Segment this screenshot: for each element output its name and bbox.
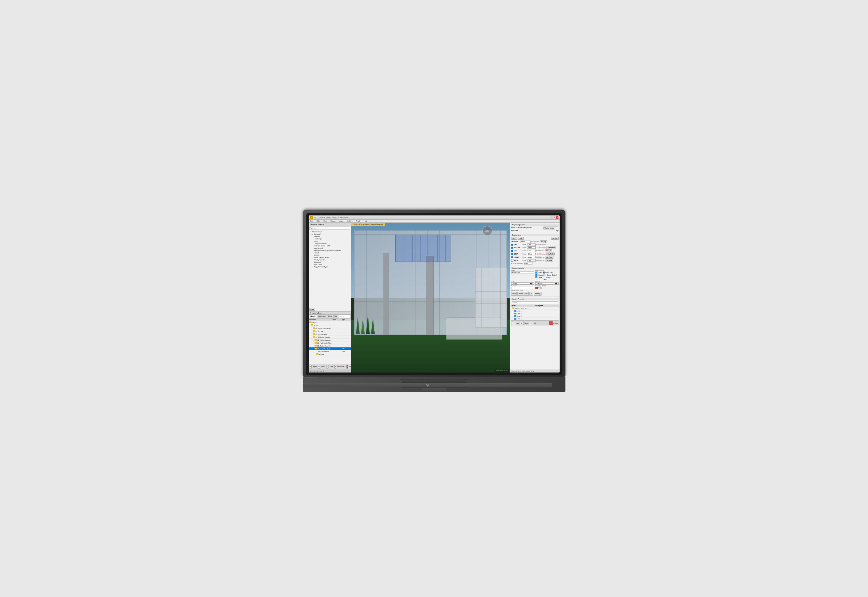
trackpad[interactable] <box>422 388 446 391</box>
key-f3[interactable] <box>416 379 420 380</box>
key-f11[interactable] <box>451 379 455 380</box>
set-bottom-button[interactable]: Set Bottom <box>547 246 556 249</box>
bottom-offset-input[interactable] <box>527 247 536 249</box>
key-3[interactable] <box>415 381 419 382</box>
tab-selection[interactable]: Selection <box>317 315 327 318</box>
section-hide-button[interactable]: HIDE <box>518 237 524 240</box>
presets-delete-button[interactable]: ✕ <box>549 321 553 325</box>
format-select[interactable]: Decimal Fractional <box>536 282 558 285</box>
back-offset-input[interactable] <box>527 259 536 261</box>
set-left-button[interactable]: Set Left <box>545 249 552 252</box>
tree-item-level[interactable]: Level <box>309 240 350 242</box>
tree-item-mech-plumbing[interactable]: Mechanical and Plumbing Systems <box>309 249 350 252</box>
key-ins[interactable] <box>464 379 468 380</box>
key-f1[interactable] <box>407 379 411 380</box>
key-4[interactable] <box>420 381 424 382</box>
menu-track[interactable]: Track <box>355 220 361 222</box>
key-f12[interactable] <box>455 379 459 380</box>
file-row-35vdco[interactable]: 35 VDCO <box>309 324 351 327</box>
snap-object-checkbox[interactable] <box>544 274 546 276</box>
file-row-archive[interactable]: Archive <box>309 353 351 356</box>
key-f8[interactable] <box>438 379 442 380</box>
tree-item-lighting[interactable]: Lighting Fixtures <box>309 242 350 245</box>
offset-all-input[interactable] <box>520 241 531 243</box>
key-f10[interactable] <box>446 379 450 380</box>
set-right-button[interactable]: Set Right <box>547 252 555 255</box>
tab-filter[interactable]: Filter <box>327 315 333 318</box>
update-details-button[interactable]: Update details <box>543 227 555 229</box>
update-origin-button[interactable]: Update Origin <box>517 292 529 296</box>
file-row-02trade[interactable]: 02_Trade Model Files <box>309 342 351 345</box>
label-button[interactable]: 🏷 <box>326 365 329 369</box>
viewport-3d[interactable]: 701814 Travis County Courts Facility <box>351 223 510 373</box>
menu-object[interactable]: Object <box>330 220 336 222</box>
menu-edit[interactable]: Edit <box>316 220 320 222</box>
menu-archive[interactable]: Archive <box>346 220 353 222</box>
key-7[interactable] <box>433 381 437 382</box>
follow-button[interactable]: 👁 <box>318 365 320 369</box>
menu-help[interactable]: Help <box>363 220 368 222</box>
file-row-04floor[interactable]: 04_Floor Plan Backgrou...DAG <box>309 348 351 350</box>
tree-item-revit-function[interactable]: Revit_Function <box>309 258 350 261</box>
key-9[interactable] <box>442 381 446 382</box>
file-row-03design[interactable]: 03_Design Team Files <box>309 345 351 348</box>
key-f7[interactable] <box>433 379 437 380</box>
file-row-00proj[interactable]: 00_Project Procurement <box>309 327 351 330</box>
key-f4[interactable] <box>420 379 424 380</box>
viewport-compass[interactable]: FRONTRIGHT <box>482 226 492 236</box>
right-offset-input[interactable] <box>527 253 536 255</box>
key-6[interactable] <box>429 381 433 382</box>
file-row-02site[interactable]: 02_Site Utilization <box>309 333 351 336</box>
key-2[interactable] <box>411 381 415 382</box>
bottom-checkbox[interactable]: ✓ <box>511 247 513 249</box>
tab-library[interactable]: Library <box>309 315 317 318</box>
key-f9[interactable] <box>442 379 446 380</box>
clear-button[interactable]: Clear <box>511 292 517 296</box>
set-box-button[interactable]: Set Box <box>551 237 559 240</box>
tree-item-material[interactable]: Material Name - CAD <box>309 245 350 247</box>
preset-row-level1[interactable]: Level 1 <box>511 310 559 312</box>
maximize-button[interactable]: □ <box>553 216 555 219</box>
tree-item-mechanical[interactable]: Mechanical <box>309 247 350 249</box>
key-del[interactable] <box>459 379 464 380</box>
set-back-button[interactable]: Set Back <box>545 259 553 262</box>
tree-item-tag-phystype[interactable]: Tag_PhysicalType <box>309 266 350 268</box>
file-row-01vdc[interactable]: 01_VDCInP <box>309 330 351 333</box>
key-minus[interactable] <box>450 381 455 382</box>
set-front-button[interactable]: Set Front <box>545 256 554 258</box>
tree-item-architectural[interactable]: ▶ Architectural <box>309 231 350 233</box>
tags-search[interactable]: 🔍 Search <box>309 227 350 229</box>
tree-item-bylevel[interactable]: ▶ By Level <box>309 233 350 235</box>
snap-center-checkbox[interactable]: ✓ <box>535 276 538 278</box>
right-checkbox[interactable]: ✓ <box>511 253 513 255</box>
filter-icon[interactable]: Filter <box>333 315 338 318</box>
snap-vertex-checkbox[interactable]: ✓ <box>535 272 538 273</box>
back-checkbox[interactable] <box>511 260 513 261</box>
project-updates-collapse[interactable]: ^ <box>555 224 558 227</box>
rotation-input[interactable] <box>524 262 532 264</box>
presets-add-button[interactable]: + <box>512 321 516 325</box>
key-8[interactable] <box>437 381 441 382</box>
top-checkbox[interactable]: ✓ <box>511 244 513 246</box>
snap-face-checkbox[interactable]: ✓ <box>543 272 545 273</box>
preset-row-level3[interactable]: Level 3 <box>511 315 559 318</box>
top-offset-input[interactable] <box>527 244 536 246</box>
presets-search-input[interactable] <box>512 301 558 304</box>
menu-file[interactable]: File <box>310 220 314 222</box>
front-checkbox[interactable]: ✓ <box>511 256 513 258</box>
archive-search[interactable]: Search <box>338 315 350 318</box>
settings-button[interactable]: Settings <box>534 292 542 296</box>
download-button[interactable]: ⬇ <box>334 365 336 369</box>
menu-view[interactable]: View <box>323 220 328 222</box>
tree-item-revit-family[interactable]: Revit_Family_Type <box>309 256 350 258</box>
left-offset-input[interactable] <box>527 249 536 252</box>
set-top-button[interactable]: Set Top <box>540 240 547 243</box>
snap-midpoint-checkbox[interactable]: ✓ <box>535 274 538 276</box>
file-row-03model[interactable]: 03_3D Model Coordination <box>309 336 351 339</box>
menu-logic[interactable]: Logic <box>338 220 344 222</box>
key-0[interactable] <box>446 381 450 382</box>
minimize-button[interactable]: _ <box>550 216 552 219</box>
preset-row-level4[interactable]: Level 4 <box>511 318 559 320</box>
key-equals[interactable] <box>455 381 459 382</box>
key-backspace[interactable] <box>459 381 466 382</box>
